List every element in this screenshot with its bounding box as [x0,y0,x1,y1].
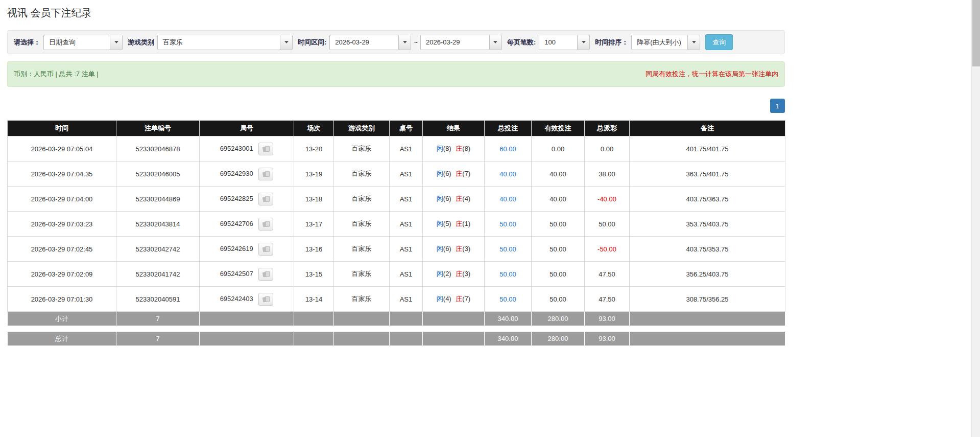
subtotal-count: 7 [116,312,200,326]
summary-bar: 币别：人民币 | 总共 :7 注单 | 同局有效投注，统一计算在该局第一张注单内 [7,61,785,87]
round-id: 695242930 [220,169,253,177]
result-banker-score: (8) [462,145,470,152]
range-separator: ~ [414,38,418,46]
cell-total-bet[interactable]: 40.00 [485,162,532,187]
result-player-score: (6) [443,195,451,202]
result-player-label: 闲 [437,170,443,177]
subtotal-label: 小计 [8,312,116,326]
game-type-select[interactable]: 百家乐 [157,35,293,50]
chevron-down-icon[interactable] [687,35,700,50]
cell-round: 695242930 [200,162,294,187]
bet-record-row: 2026-03-29 07:05:04 523302046878 6952430… [8,136,785,162]
cards-icon [262,171,270,177]
col-header-session: 场次 [294,121,334,136]
cell-game: 百家乐 [334,212,390,237]
cell-note: 403.75/353.75 [630,237,785,262]
cell-result: 闲(6) 庄(4) [423,187,485,212]
chevron-down-icon[interactable] [110,35,122,50]
chevron-down-icon[interactable] [489,35,501,50]
cell-valid-bet: 50.00 [532,237,585,262]
empty-cell [390,332,423,346]
cell-total-bet[interactable]: 50.00 [485,262,532,287]
scrollbar[interactable] [971,0,980,437]
query-type-select[interactable]: 日期查询 [43,35,123,50]
view-round-cards-button[interactable] [258,243,273,256]
empty-cell [334,332,390,346]
currency-total-summary: 币别：人民币 | 总共 :7 注单 | [14,70,99,79]
date-to-select[interactable]: 2026-03-29 [420,35,502,50]
view-round-cards-button[interactable] [258,268,273,281]
round-id: 695242403 [220,294,253,302]
cell-payout: 0.00 [585,136,630,162]
cell-session: 13-15 [294,262,334,287]
page-size-value: 100 [539,35,577,50]
bet-record-row: 2026-03-29 07:02:45 523302042742 6952426… [8,237,785,262]
empty-cell [334,312,390,326]
cell-round: 695243001 [200,136,294,162]
page-size-label: 每页笔数: [507,38,536,47]
cards-icon [262,296,270,303]
result-player-label: 闲 [437,195,443,202]
date-to-value: 2026-03-29 [421,35,489,50]
result-banker-label: 庄 [456,220,462,227]
cell-session: 13-16 [294,237,334,262]
cards-icon [262,246,270,252]
cell-table: AS1 [390,237,423,262]
cell-session: 13-20 [294,136,334,162]
cell-result: 闲(5) 庄(1) [423,212,485,237]
query-type-label: 请选择： [14,38,40,47]
empty-cell [200,332,294,346]
date-from-select[interactable]: 2026-03-29 [329,35,411,50]
valid-bet-notice: 同局有效投注，统一计算在该局第一张注单内 [646,70,778,79]
view-round-cards-button[interactable] [258,193,273,205]
round-id: 695242825 [220,194,253,202]
cell-round: 695242619 [200,237,294,262]
cell-total-bet[interactable]: 50.00 [485,212,532,237]
cell-table: AS1 [390,136,423,162]
col-header-bet-id: 注单编号 [116,121,200,136]
result-banker-score: (3) [462,245,470,252]
result-banker-label: 庄 [456,195,462,202]
chevron-down-icon[interactable] [577,35,589,50]
page-size-select[interactable]: 100 [539,35,590,50]
result-banker-label: 庄 [456,145,462,152]
subtotal-total-bet: 340.00 [485,312,532,326]
empty-cell [294,332,334,346]
cell-total-bet[interactable]: 50.00 [485,237,532,262]
cards-icon [262,271,270,278]
cell-note: 363.75/401.75 [630,162,785,187]
table-body: 2026-03-29 07:05:04 523302046878 6952430… [8,136,785,312]
game-type-value: 百家乐 [158,35,280,50]
result-banker-label: 庄 [456,270,462,278]
cell-valid-bet: 40.00 [532,162,585,187]
cell-total-bet[interactable]: 40.00 [485,187,532,212]
sort-order-select[interactable]: 降幂(由大到小) [631,35,700,50]
cell-total-bet[interactable]: 50.00 [485,287,532,312]
col-header-valid-bet: 有效投注 [532,121,585,136]
col-header-table: 桌号 [390,121,423,136]
col-header-time: 时间 [8,121,116,136]
view-round-cards-button[interactable] [258,218,273,231]
cell-total-bet[interactable]: 60.00 [485,136,532,162]
cell-note: 356.25/403.75 [630,262,785,287]
view-round-cards-button[interactable] [258,293,273,306]
cell-session: 13-14 [294,287,334,312]
chevron-down-icon[interactable] [280,35,292,50]
bet-record-row: 2026-03-29 07:01:30 523302040591 6952424… [8,287,785,312]
view-round-cards-button[interactable] [258,143,273,155]
scrollbar-thumb[interactable] [972,0,980,66]
result-banker-label: 庄 [456,170,462,177]
cell-bet-id: 523302040591 [116,287,200,312]
cell-payout: 38.00 [585,162,630,187]
result-banker-label: 庄 [456,245,462,252]
cards-icon [262,146,270,152]
view-round-cards-button[interactable] [258,168,273,180]
search-button[interactable]: 查询 [705,34,733,50]
page-button-1[interactable]: 1 [770,99,785,113]
time-range-label: 时间区间: [298,38,326,47]
chevron-down-icon[interactable] [398,35,411,50]
empty-cell [630,312,785,326]
cell-valid-bet: 50.00 [532,287,585,312]
cell-table: AS1 [390,187,423,212]
cell-game: 百家乐 [334,162,390,187]
